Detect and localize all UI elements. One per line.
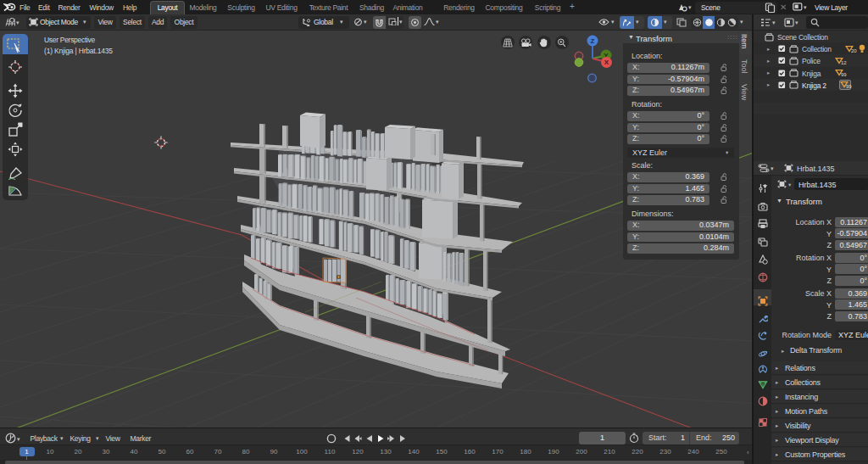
svg-text:X: X: [604, 59, 609, 66]
svg-text:Z: Z: [591, 37, 595, 45]
